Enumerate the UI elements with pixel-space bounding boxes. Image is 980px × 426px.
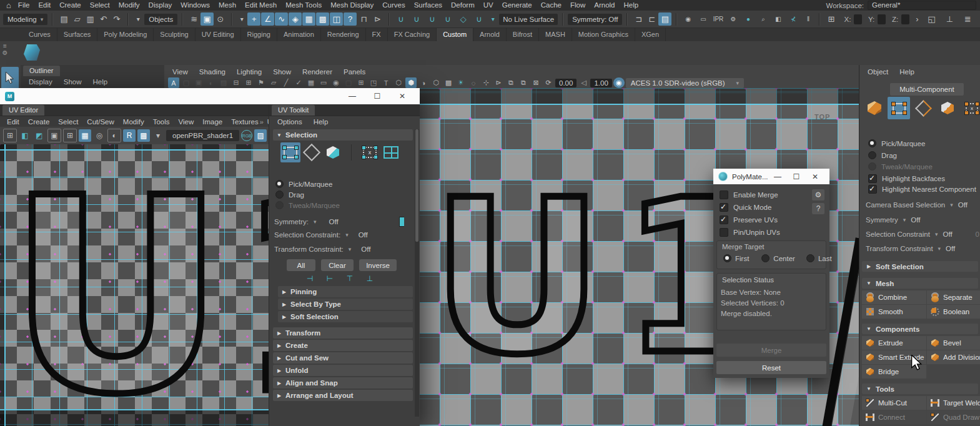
menu-item[interactable]: Flow [566, 0, 590, 11]
pin-unpin-uvs-checkbox[interactable]: Pin/Unpin UVs [720, 228, 780, 237]
quick-mode-checkbox[interactable]: Quick Mode [720, 203, 771, 212]
gamma-field[interactable]: 1.00 [590, 79, 611, 87]
symmetry-field[interactable]: Symmetry: Off [568, 14, 622, 25]
save-scene-icon[interactable]: ▥ [84, 12, 97, 26]
chevron-down-icon[interactable]: ▾ [903, 217, 906, 223]
shelf-menu-icon[interactable]: ≡ [1, 42, 9, 49]
camera-icon[interactable]: ⊟ [230, 77, 242, 88]
viewport-menu-item[interactable]: Panels [339, 68, 370, 76]
uv-editor-menu-item[interactable]: Cut/Sew [84, 118, 117, 126]
face-selection-icon[interactable] [323, 142, 343, 162]
output-connections-icon[interactable]: ⊏ [645, 12, 658, 26]
menu-item[interactable]: Edit Mesh [240, 0, 281, 11]
menu-item[interactable]: Mesh Display [326, 0, 378, 11]
snap-view-icon[interactable]: ∪ [472, 12, 485, 26]
image-display-icon[interactable]: ▨ [254, 129, 267, 142]
selection-constraint-value[interactable]: Off [359, 231, 368, 239]
uv-grid-icon[interactable] [399, 217, 410, 227]
multi-component-mode-icon[interactable]: x [961, 97, 980, 119]
viewport-menu-item[interactable]: Lighting [232, 68, 266, 76]
align-right-icon[interactable]: ⊢ [322, 274, 338, 283]
selection-mask-dropdown[interactable]: Objects [144, 14, 177, 25]
uv-stats-icon[interactable]: ◩ [33, 129, 46, 142]
menu-item[interactable]: Surfaces [410, 0, 447, 11]
shelf-tab[interactable]: Sculpting [154, 28, 195, 41]
uv-shell-selection-icon[interactable] [381, 142, 401, 162]
uv-editor-menu-item[interactable]: Tools [150, 118, 173, 126]
render-view-icon[interactable]: ● [741, 12, 755, 26]
row-value[interactable]: Off [958, 201, 968, 209]
help-display-icon[interactable]: ? [344, 12, 357, 26]
minimize-icon[interactable]: — [768, 169, 787, 184]
workspace-selector[interactable]: General* [868, 1, 976, 10]
merge-button[interactable]: Merge [716, 344, 826, 357]
xray-icon[interactable]: ▣ [193, 77, 204, 88]
shelf-tab[interactable]: Custom [437, 28, 473, 41]
menu-item[interactable]: Edit [34, 0, 55, 11]
uv-editor-tab[interactable]: UV Editor [2, 105, 44, 116]
chevron-down-icon[interactable]: ▾ [314, 219, 317, 225]
safe-title-icon[interactable]: T [380, 77, 392, 88]
construction-history-icon[interactable]: ▤ [658, 12, 671, 26]
isolate-icon[interactable]: ▢ [181, 77, 192, 88]
uv-editor-canvas[interactable]: U1 [0, 144, 269, 426]
uv-editor-menu-item[interactable]: Create [25, 118, 53, 126]
merge-target-last[interactable]: Last [806, 254, 832, 262]
select-tool-button[interactable] [1, 67, 19, 89]
shaded-icon[interactable]: ⬢ [405, 77, 417, 88]
copy-b-icon[interactable]: ⧉ [518, 77, 529, 88]
vertex-selection-icon[interactable] [280, 142, 300, 162]
ao-icon[interactable]: ☀ [455, 77, 467, 88]
outliner-menu-item[interactable]: Show [59, 78, 86, 86]
menu-item[interactable]: Create [55, 0, 86, 11]
image-plane-icon[interactable]: ▱ [268, 77, 279, 88]
uv-distortion-icon[interactable]: ⊞ [3, 129, 17, 142]
gate-mask-icon[interactable]: ▢ [343, 77, 354, 88]
sequence-render-icon[interactable]: ◧ [771, 12, 784, 26]
section-cut-and-sew[interactable]: ▶Cut and Sew [273, 352, 413, 364]
shelf-tab[interactable]: Motion Graphics [572, 28, 635, 41]
uv-selection-icon[interactable]: x [360, 142, 380, 162]
snapshot-icon[interactable]: ⌕ [756, 12, 770, 26]
mode-radio-row[interactable]: Drag [868, 151, 897, 159]
row-value[interactable]: Off [946, 245, 955, 252]
minimize-icon[interactable]: — [340, 88, 365, 104]
redo-icon[interactable]: ↷ [110, 12, 123, 26]
point-display-icon[interactable]: ▩ [316, 12, 329, 26]
select-hierarchy-icon[interactable]: ≋ [187, 12, 200, 26]
textured-icon[interactable]: ◑ [418, 77, 429, 88]
shelf-tab[interactable]: Arnold [473, 28, 507, 41]
shade-uvs-icon[interactable]: ◎ [93, 129, 106, 142]
render-settings-icon[interactable]: ⚙ [726, 12, 740, 26]
outliner-tab[interactable]: Outliner [23, 66, 60, 76]
expand-toolbar-icon[interactable]: › [911, 12, 924, 26]
select-all-button[interactable]: All [287, 259, 315, 271]
section-mesh[interactable]: ▼Mesh [862, 278, 978, 289]
face-mode-icon[interactable] [936, 97, 959, 119]
snap-curve-icon[interactable]: ∪ [410, 12, 423, 26]
shelf-tab[interactable]: Animation [277, 28, 321, 41]
sel-cursor-icon[interactable]: ⊳ [493, 77, 504, 88]
shelf-tab[interactable]: Surfaces [57, 28, 97, 41]
mode-radio-row[interactable]: Pick/Marquee [868, 139, 925, 147]
row-value[interactable]: Off [943, 230, 952, 238]
menu-item[interactable]: Cache [537, 0, 566, 11]
menu-item[interactable]: Help [619, 0, 643, 11]
uv-editor-menu-item[interactable]: Textures [228, 118, 261, 126]
open-scene-icon[interactable]: ▱ [71, 12, 84, 26]
merge-target-center[interactable]: Center [761, 254, 795, 262]
shelf-gear-icon[interactable]: ⚙ [1, 49, 9, 56]
y-coordinate-field[interactable] [878, 14, 886, 24]
toolkit-menu-item[interactable]: Object [863, 68, 893, 76]
copy-a-icon[interactable]: ⧉ [505, 77, 517, 88]
menu-item[interactable]: Arnold [590, 0, 619, 11]
menu-item[interactable]: Mesh [214, 0, 240, 11]
rgb-channels-icon[interactable]: RGB [241, 130, 252, 141]
pause-icon[interactable]: ‖ [801, 12, 814, 26]
snap-plane-icon[interactable]: ◇ [457, 12, 470, 26]
mode-radio-row[interactable]: Pick/Marquee [275, 180, 332, 188]
clear-selection-button[interactable]: Clear [321, 259, 354, 271]
section-align-and-snap[interactable]: ▶Align and Snap [273, 377, 413, 389]
snap-caret-icon[interactable]: ▾ [488, 12, 498, 26]
dim-image-icon[interactable]: ◐ [107, 129, 121, 142]
